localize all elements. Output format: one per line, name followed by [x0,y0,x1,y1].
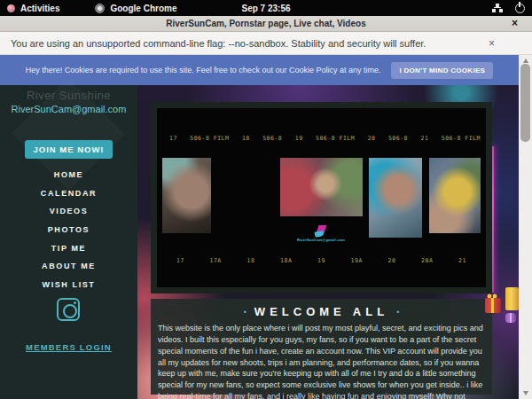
sidebar-item-tip-me[interactable]: TIP ME [0,239,137,257]
film-frame-number: 20A [421,257,433,264]
sidebar-item-calendar[interactable]: CALENDAR [0,184,137,203]
film-frame-numbers-bottom: 17 17A 18 18A 19 19A 20 20A 21 [176,257,466,264]
film-mark: 506-8 [262,135,282,142]
power-icon[interactable] [515,4,525,13]
film-frame-number: 17A [210,257,222,264]
film-mark: 506-8 [388,135,408,142]
scrollbar-thumb[interactable] [520,64,530,142]
site-logo: RiverSunCam@gmail.com [297,225,345,242]
gift-yellow-icon [505,287,519,310]
film-frame-number: 20 [388,257,396,264]
film-frame-number: 19A [351,257,363,264]
film-mark: 21 [421,135,429,142]
sidebar-item-photos[interactable]: PHOTOS [0,221,137,239]
sidebar-item-home[interactable]: HOME [0,166,137,184]
heading-dot-icon: • [244,308,246,317]
thumbnail-row: RiverSunCam@gmail.com [162,158,481,246]
video-thumbnail-1[interactable] [162,158,211,233]
video-thumbnail-4[interactable] [369,158,422,238]
film-frame-number: 21 [458,257,466,264]
photo-carousel: 17 506-8 FILM 18 506-8 19 506-8 FILM 20 … [151,102,492,293]
video-thumbnail-3[interactable] [280,158,363,216]
join-me-now-button[interactable]: JOIN ME NOW! [25,140,113,159]
scroll-up-arrow-icon[interactable] [523,59,528,63]
welcome-heading-row: • WELCOME ALL • [151,305,492,318]
scroll-down-arrow-icon[interactable] [523,391,528,395]
film-frame-number: 18A [280,257,292,264]
gift-purple-icon [505,313,516,323]
welcome-paragraph: This website is the only place where i w… [158,323,485,399]
heading-dot-icon: • [396,308,399,317]
window-close-icon[interactable]: × [512,17,518,29]
sidebar-item-videos[interactable]: VIDEOS [0,202,137,221]
infobar-message: You are using an unsupported command-lin… [11,38,426,49]
cookie-message: Hey there! Cookies are required to use t… [26,66,381,74]
film-mark: 17 [169,135,177,142]
profile-name: River Sunshine [0,89,137,102]
film-mark: 506-8 FILM [442,135,481,142]
sidebar-nav: HOME CALENDAR VIDEOS PHOTOS TIP ME ABOUT… [0,166,137,293]
film-edge-markings-top: 17 506-8 FILM 18 506-8 19 506-8 FILM 20 … [169,135,481,142]
gift-boxes-graphic [484,286,521,326]
film-mark: 506-8 FILM [190,135,229,142]
window-titlebar: RiverSunCam, Pornstar page, Live chat, V… [0,16,532,32]
welcome-section: • WELCOME ALL • This website is the only… [151,299,492,395]
infobar-close-icon[interactable]: × [489,37,495,50]
gnome-top-bar: Activities Google Chrome Sep 7 23:56 [0,0,532,16]
film-mark: 506-8 FILM [316,135,355,142]
sidebar-item-about-me[interactable]: ABOUT ME [0,257,137,276]
window-title: RiverSunCam, Pornstar page, Live chat, V… [166,19,365,28]
chrome-infobar: You are using an unsupported command-lin… [0,32,532,55]
cookie-accept-button[interactable]: I DON'T MIND COOKIES [391,62,493,79]
instagram-camera-icon[interactable] [57,298,80,321]
cookie-consent-bar: Hey there! Cookies are required to use t… [0,55,519,85]
film-frame-number: 19 [317,257,325,264]
sidebar-item-wish-list[interactable]: WISH LIST [0,276,137,294]
site-logo-icon [315,225,327,237]
gift-red-icon [485,298,501,313]
members-login-link[interactable]: MEMBERS LOGIN [0,342,137,352]
clock[interactable]: Sep 7 23:56 [0,4,532,13]
scrollbar[interactable] [519,55,532,399]
film-mark: 19 [295,135,303,142]
video-thumbnail-2[interactable] [218,158,273,238]
film-frame-number: 18 [247,257,255,264]
film-mark: 20 [368,135,376,142]
logo-watermark-text: RiverSunCam@gmail.com [297,238,345,242]
film-mark: 18 [242,135,250,142]
welcome-title: WELCOME ALL [254,305,388,318]
sidebar: River Sunshine RiverSunCam@gmail.com JOI… [0,85,137,399]
video-thumbnail-3-wrap: RiverSunCam@gmail.com [280,158,363,246]
film-frame-number: 17 [176,257,184,264]
network-icon[interactable] [492,4,503,12]
profile-email[interactable]: RiverSunCam@gmail.com [0,104,137,114]
video-thumbnail-5[interactable] [429,158,481,233]
